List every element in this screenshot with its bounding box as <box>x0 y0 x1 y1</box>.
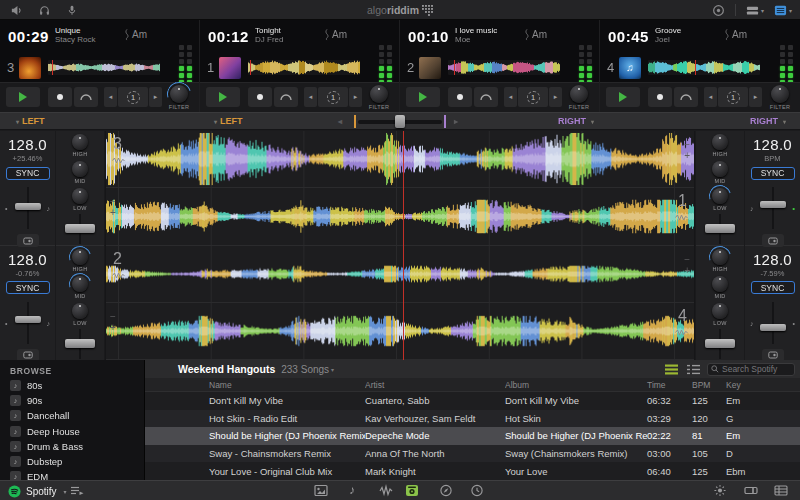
album-art-view-icon[interactable] <box>314 484 328 497</box>
pitch-bend-button[interactable] <box>474 87 498 107</box>
track-overview-waveform[interactable] <box>648 60 760 75</box>
crossfader[interactable] <box>352 115 448 128</box>
waveform-mode-icon[interactable] <box>112 157 125 164</box>
filter-knob[interactable]: FILTER <box>766 85 794 110</box>
deck-d-output-select[interactable]: RIGHT▾ <box>750 116 786 126</box>
loop-button[interactable]: 1 <box>118 87 148 107</box>
detail-view-button[interactable] <box>687 364 700 375</box>
tempo-slider-handle[interactable] <box>760 201 786 208</box>
filter-knob[interactable]: FILTER <box>365 85 393 110</box>
play-button[interactable] <box>6 87 40 107</box>
play-button[interactable] <box>406 87 440 107</box>
deck-waveform-strip[interactable]: 4 −+ <box>106 303 694 360</box>
tempo-slider[interactable]: ♪ • <box>745 300 800 346</box>
loop-halve-button[interactable]: ◂ <box>504 87 517 107</box>
sidebar-playlist-item[interactable]: ♪90s <box>0 393 144 408</box>
crossfade-left-arrow[interactable]: ◂ <box>338 117 342 126</box>
sync-button[interactable]: SYNC <box>751 167 795 180</box>
track-overview-waveform[interactable] <box>48 60 160 75</box>
eq-mid-knob[interactable]: MID <box>56 161 104 185</box>
play-button[interactable] <box>206 87 240 107</box>
music-library-icon[interactable]: ♪ <box>349 483 355 497</box>
column-header[interactable]: Key <box>726 380 800 390</box>
eq-low-knob[interactable]: LOW <box>696 303 744 327</box>
tempo-slider[interactable]: • ♪ <box>0 300 55 346</box>
tempo-slider[interactable]: • ♪ <box>0 185 55 231</box>
loop-double-button[interactable]: ▸ <box>549 87 562 107</box>
track-table-header[interactable]: NameArtistAlbumTimeBPMKey <box>145 378 800 392</box>
record-button[interactable] <box>712 4 725 17</box>
deck-waveform-strip[interactable]: 3 −+ <box>106 131 694 188</box>
search-input[interactable] <box>722 364 791 374</box>
waveform-mode-icon[interactable] <box>675 214 688 221</box>
pitch-bend-button[interactable] <box>674 87 698 107</box>
deck-waveform-strip[interactable]: 2 −+ <box>106 246 694 303</box>
loop-halve-button[interactable]: ◂ <box>104 87 117 107</box>
library-source-picker[interactable]: Spotify ▾ <box>8 481 67 500</box>
volume-fader[interactable] <box>696 329 744 359</box>
eq-mid-knob[interactable]: MID <box>696 276 744 300</box>
tempo-slider-handle[interactable] <box>760 324 786 331</box>
tempo-slider-handle[interactable] <box>15 203 41 210</box>
loop-button[interactable]: 1 <box>718 87 748 107</box>
column-header[interactable]: Name <box>209 380 365 390</box>
waveform-zoom-controls[interactable]: −+ <box>684 139 690 161</box>
eq-mid-knob[interactable]: MID <box>56 276 104 300</box>
sidebar-playlist-item[interactable]: ♪Dancehall <box>0 408 144 423</box>
automix-queue-icon[interactable] <box>70 484 84 497</box>
tempo-slider[interactable]: ♪ • <box>745 185 800 231</box>
track-row[interactable]: Hot Skin - Radio EditKav Verhouzer, Sam … <box>145 410 800 428</box>
volume-fader-handle[interactable] <box>65 339 95 348</box>
table-view-icon[interactable] <box>774 484 788 497</box>
loop-double-button[interactable]: ▸ <box>749 87 762 107</box>
microphone-icon[interactable] <box>66 4 78 17</box>
mixer-controls-icon[interactable] <box>744 484 758 497</box>
waveform-mode-icon[interactable] <box>675 329 688 336</box>
cue-button[interactable] <box>448 87 472 107</box>
sync-button[interactable]: SYNC <box>6 167 50 180</box>
loop-double-button[interactable]: ▸ <box>149 87 162 107</box>
volume-fader-handle[interactable] <box>65 224 95 233</box>
column-header[interactable]: Album <box>505 380 647 390</box>
loop-button[interactable]: 1 <box>518 87 548 107</box>
waveform-mode-icon[interactable] <box>112 272 125 279</box>
cue-button[interactable] <box>48 87 72 107</box>
eq-low-knob[interactable]: LOW <box>56 188 104 212</box>
filter-knob[interactable]: FILTER <box>165 85 193 110</box>
loop-double-button[interactable]: ▸ <box>349 87 362 107</box>
waveform-zoom-controls[interactable]: −+ <box>684 254 690 276</box>
column-header[interactable]: BPM <box>692 380 726 390</box>
waveform-view-icon[interactable] <box>379 484 393 497</box>
eq-mid-knob[interactable]: MID <box>696 161 744 185</box>
waveform-zoom-controls[interactable]: −+ <box>110 311 116 333</box>
loop-button[interactable]: 1 <box>318 87 348 107</box>
track-overview-waveform[interactable] <box>248 60 360 75</box>
eq-low-knob[interactable]: LOW <box>56 303 104 327</box>
search-field[interactable] <box>707 363 795 376</box>
volume-fader[interactable] <box>696 214 744 244</box>
tempo-slider-handle[interactable] <box>15 316 41 323</box>
deck-c-output-select[interactable]: RIGHT▾ <box>558 116 594 126</box>
column-header[interactable]: Time <box>647 380 692 390</box>
sidebar-playlist-item[interactable]: ♪80s <box>0 378 144 393</box>
loop-halve-button[interactable]: ◂ <box>704 87 717 107</box>
speaker-output-icon[interactable] <box>10 4 23 17</box>
brightness-icon[interactable] <box>713 484 727 497</box>
play-button[interactable] <box>606 87 640 107</box>
crossfader-handle[interactable] <box>395 115 405 128</box>
deck-waveform-strip[interactable]: 1 −+ <box>106 188 694 245</box>
history-clock-icon[interactable] <box>470 484 484 497</box>
sidebar-playlist-item[interactable]: ♪Drum & Bass <box>0 439 144 454</box>
pitch-bend-button[interactable] <box>274 87 298 107</box>
eq-high-knob[interactable]: HIGH <box>56 249 104 273</box>
volume-fader-handle[interactable] <box>705 224 735 233</box>
deck-b-output-select[interactable]: ▾LEFT <box>212 116 243 126</box>
cue-button[interactable] <box>248 87 272 107</box>
eq-high-knob[interactable]: HIGH <box>696 249 744 273</box>
eq-low-knob[interactable]: LOW <box>696 188 744 212</box>
sync-button[interactable]: SYNC <box>6 281 50 294</box>
volume-fader[interactable] <box>56 214 104 244</box>
cue-button[interactable] <box>648 87 672 107</box>
track-overview-waveform[interactable] <box>448 60 560 75</box>
waveform-area[interactable]: 3 −+ 1 −+ 2 −+ 4 −+ <box>105 131 695 360</box>
